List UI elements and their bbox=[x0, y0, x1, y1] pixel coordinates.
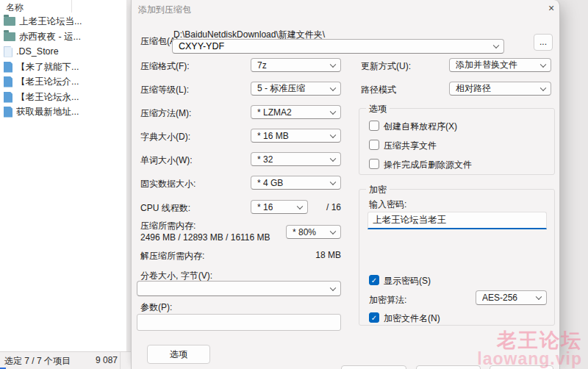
encrypt-names-checkbox[interactable]: ✓ bbox=[369, 312, 379, 323]
algorithm-select[interactable]: AES-256 bbox=[476, 290, 547, 305]
word-size-select[interactable]: * 32 bbox=[251, 152, 341, 166]
chevron-down-icon[interactable] bbox=[493, 42, 499, 48]
sfx-checkbox-label[interactable]: 创建自释放程序(X) bbox=[384, 121, 457, 133]
check-icon: ✓ bbox=[371, 276, 377, 284]
encrypt-names-label[interactable]: 加密文件名(N) bbox=[384, 312, 440, 325]
encryption-group-title: 加密 bbox=[366, 184, 390, 196]
password-label: 输入密码: bbox=[369, 198, 406, 211]
file-name: 赤西夜夜 - 运... bbox=[19, 31, 81, 43]
file-row[interactable]: 【来了就能下... bbox=[0, 60, 126, 74]
format-label: 压缩格式(F): bbox=[140, 60, 190, 73]
file-name: 获取最新地址... bbox=[16, 106, 79, 118]
unpack-memory-label: 解压缩所需内存: bbox=[140, 250, 204, 262]
dictionary-label: 字典大小(D): bbox=[140, 131, 190, 143]
chevron-down-icon[interactable] bbox=[536, 293, 542, 299]
document-icon bbox=[4, 107, 12, 118]
column-header-name[interactable]: 名称 bbox=[0, 0, 72, 12]
chevron-down-icon[interactable] bbox=[330, 132, 336, 137]
file-row[interactable]: 上老王论坛当... bbox=[0, 14, 126, 29]
sfx-checkbox[interactable] bbox=[369, 121, 379, 131]
shared-files-checkbox[interactable] bbox=[369, 140, 379, 150]
chevron-down-icon[interactable] bbox=[330, 155, 336, 161]
chevron-down-icon[interactable] bbox=[330, 108, 336, 114]
cpu-threads-select[interactable]: * 16 bbox=[251, 200, 308, 214]
encryption-group: 加密 输入密码: ✓ 显示密码(S) 加密算法: AES-256 ✓ 加密文件名… bbox=[359, 189, 555, 326]
path-mode-label: 路径模式 bbox=[361, 84, 396, 96]
show-password-label[interactable]: 显示密码(S) bbox=[384, 275, 431, 287]
chevron-down-icon[interactable] bbox=[330, 228, 336, 234]
document-icon bbox=[4, 92, 12, 103]
show-password-checkbox[interactable]: ✓ bbox=[369, 275, 379, 285]
shared-files-checkbox-label[interactable]: 压缩共享文件 bbox=[384, 140, 437, 152]
file-list-panel: 名称 上老王论坛当... 赤西夜夜 - 运... .DS_Store 【来了就能… bbox=[0, 0, 126, 351]
unpack-memory-value: 18 MB bbox=[297, 250, 341, 260]
algorithm-label: 加密算法: bbox=[369, 294, 406, 307]
cpu-threads-label: CPU 线程数: bbox=[140, 202, 190, 215]
size-status: 9 087 bbox=[96, 355, 118, 365]
memory-detail: 2496 MB / 12893 MB / 16116 MB bbox=[140, 232, 270, 243]
dictionary-select[interactable]: * 16 MB bbox=[251, 129, 341, 143]
add-to-archive-dialog: 添加到压缩包 × 压缩包(A): D:\BaiduNetdiskDownload… bbox=[131, 0, 560, 369]
chevron-down-icon[interactable] bbox=[330, 61, 336, 67]
file-name: 上老王论坛当... bbox=[19, 15, 82, 28]
file-row[interactable]: 获取最新地址... bbox=[0, 104, 126, 119]
file-row[interactable]: .DS_Store bbox=[0, 44, 126, 59]
path-mode-select[interactable]: 相对路径 bbox=[449, 82, 551, 96]
file-row[interactable]: 赤西夜夜 - 运... bbox=[0, 29, 126, 44]
chevron-down-icon[interactable] bbox=[540, 61, 546, 67]
options-button[interactable]: 选项 bbox=[147, 345, 210, 364]
chevron-down-icon[interactable] bbox=[540, 85, 546, 90]
delete-after-checkbox[interactable] bbox=[369, 159, 379, 169]
volume-size-select[interactable] bbox=[137, 281, 341, 296]
status-divider bbox=[120, 352, 121, 369]
file-name: 【来了就能下... bbox=[16, 61, 79, 74]
bottom-button-partial[interactable] bbox=[490, 365, 553, 369]
document-icon bbox=[4, 76, 12, 87]
memory-usage-select[interactable]: * 80% bbox=[286, 225, 341, 239]
options-group-title: 选项 bbox=[366, 103, 390, 115]
format-select[interactable]: 7z bbox=[251, 58, 341, 72]
parameters-input[interactable] bbox=[137, 314, 341, 331]
level-select[interactable]: 5 - 标准压缩 bbox=[251, 82, 341, 96]
archive-name-input[interactable] bbox=[179, 41, 490, 51]
cpu-threads-total: / 16 bbox=[319, 202, 341, 212]
document-icon bbox=[4, 62, 12, 73]
status-bar: 选定 7 / 7 个项目 9 087 bbox=[0, 351, 131, 369]
file-name: 【老王论坛永... bbox=[16, 91, 79, 104]
file-name: .DS_Store bbox=[16, 46, 59, 57]
method-label: 压缩方法(M): bbox=[140, 107, 191, 120]
file-row[interactable]: 【老王论坛介... bbox=[0, 74, 126, 89]
bottom-button-partial[interactable] bbox=[416, 365, 481, 369]
selection-status: 选定 7 / 7 个项目 bbox=[4, 355, 71, 368]
file-row[interactable]: 【老王论坛永... bbox=[0, 90, 126, 104]
folder-icon bbox=[4, 17, 15, 26]
column-header-label: 名称 bbox=[6, 1, 24, 14]
chevron-down-icon[interactable] bbox=[297, 203, 303, 209]
solid-size-select[interactable]: * 4 GB bbox=[251, 176, 341, 190]
dialog-title: 添加到压缩包 bbox=[138, 4, 191, 16]
close-icon[interactable]: × bbox=[542, 1, 560, 15]
chevron-down-icon[interactable] bbox=[330, 284, 336, 290]
browse-button[interactable]: ... bbox=[534, 34, 553, 51]
delete-after-checkbox-label[interactable]: 操作完成后删除源文件 bbox=[384, 159, 472, 171]
update-mode-label: 更新方式(U): bbox=[361, 60, 411, 73]
file-icon bbox=[4, 46, 12, 57]
bottom-button-partial[interactable] bbox=[341, 365, 406, 369]
memory-label: 压缩所需内存: bbox=[140, 220, 196, 232]
archive-name-combo[interactable] bbox=[172, 39, 504, 54]
level-label: 压缩等级(L): bbox=[140, 84, 189, 96]
options-group: 选项 创建自释放程序(X) 压缩共享文件 操作完成后删除源文件 bbox=[359, 108, 555, 175]
chevron-down-icon[interactable] bbox=[330, 179, 336, 184]
solid-size-label: 固实数据大小: bbox=[140, 178, 196, 190]
check-icon: ✓ bbox=[371, 314, 377, 322]
password-input[interactable] bbox=[368, 212, 547, 229]
method-select[interactable]: * LZMA2 bbox=[251, 105, 341, 119]
file-name: 【老王论坛介... bbox=[16, 76, 79, 88]
update-mode-select[interactable]: 添加并替换文件 bbox=[449, 58, 551, 72]
parameters-label: 参数(P): bbox=[140, 301, 172, 314]
word-size-label: 单词大小(W): bbox=[140, 154, 193, 167]
folder-icon bbox=[4, 32, 15, 41]
chevron-down-icon[interactable] bbox=[330, 85, 336, 90]
